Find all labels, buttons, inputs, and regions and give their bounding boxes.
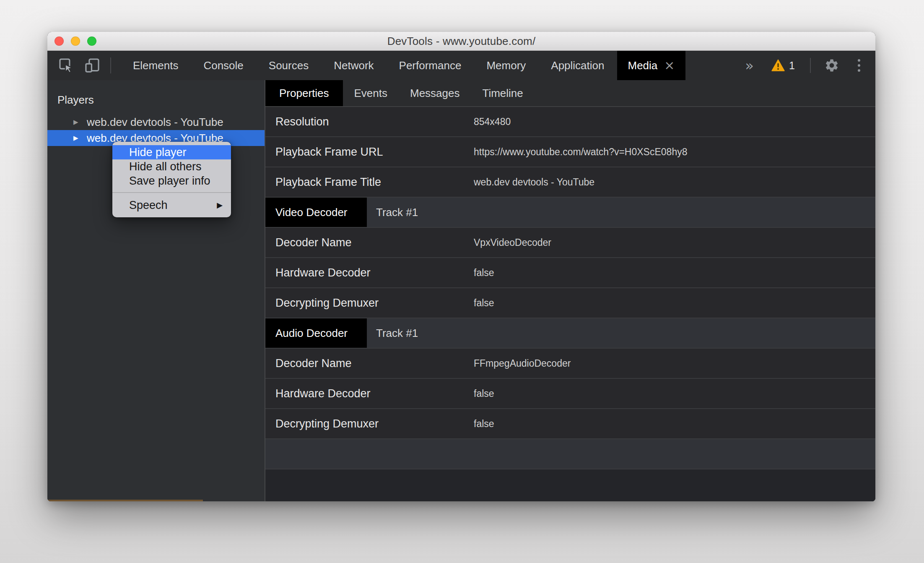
property-row: Decrypting Demuxer false	[265, 288, 875, 318]
property-label: Decoder Name	[265, 357, 474, 370]
section-track-label: Track #1	[376, 327, 418, 340]
desktop-background: DevTools - www.youtube.com/	[0, 0, 924, 563]
property-row: Hardware Decoder false	[265, 379, 875, 409]
property-row: Resolution 854x480	[265, 107, 875, 137]
section-title: Video Decoder	[265, 198, 367, 227]
panel-tab-strip: Properties Events Messages Timeline	[265, 80, 875, 107]
kebab-menu-icon[interactable]	[855, 57, 863, 74]
tab-memory[interactable]: Memory	[474, 51, 538, 80]
main-tab-strip: Elements Console Sources Network Perform…	[120, 51, 685, 80]
close-media-tab-icon[interactable]: ×	[664, 59, 675, 72]
property-row: Playback Frame URL https://www.youtube.c…	[265, 137, 875, 167]
property-row: Playback Frame Title web.dev devtools - …	[265, 167, 875, 198]
toolbar-icons	[47, 51, 101, 80]
property-label: Decrypting Demuxer	[265, 417, 474, 430]
property-row: Decoder Name VpxVideoDecoder	[265, 228, 875, 258]
device-toolbar-icon[interactable]	[83, 57, 101, 74]
property-value: 854x480	[474, 116, 875, 128]
property-value: false	[474, 418, 875, 430]
property-row: Hardware Decoder false	[265, 258, 875, 288]
tab-messages[interactable]: Messages	[399, 80, 471, 106]
property-value: https://www.youtube.com/watch?v=H0XScE08…	[474, 146, 875, 158]
inspect-cursor-icon[interactable]	[57, 57, 75, 74]
players-tree: ▶ web.dev devtools - YouTube ▶ web.dev d…	[47, 114, 265, 146]
submenu-arrow-icon: ▶	[217, 201, 223, 209]
section-title: Audio Decoder	[265, 318, 367, 348]
property-label: Decrypting Demuxer	[265, 297, 474, 310]
property-row: Decrypting Demuxer false	[265, 409, 875, 439]
devtools-toolbar: Elements Console Sources Network Perform…	[47, 51, 875, 80]
window-title: DevTools - www.youtube.com/	[47, 32, 875, 50]
media-panel: Properties Events Messages Timeline Reso…	[265, 80, 875, 501]
tab-media-label: Media	[628, 59, 658, 72]
tab-network[interactable]: Network	[321, 51, 386, 80]
property-label: Resolution	[265, 115, 474, 128]
menu-item-hide-all-others[interactable]: Hide all others	[112, 159, 231, 174]
tab-media[interactable]: Media ×	[617, 51, 686, 80]
property-value: web.dev devtools - YouTube	[474, 177, 875, 188]
context-menu: Hide player Hide all others Save player …	[112, 142, 231, 217]
warning-triangle-icon	[771, 59, 785, 72]
tab-properties[interactable]: Properties	[265, 80, 343, 106]
toolbar-divider	[810, 58, 811, 73]
toolbar-divider	[110, 57, 111, 73]
property-value: VpxVideoDecoder	[474, 237, 875, 248]
warning-count: 1	[789, 60, 795, 72]
player-item-label: web.dev devtools - YouTube	[87, 116, 223, 129]
titlebar[interactable]: DevTools - www.youtube.com/	[47, 32, 875, 51]
menu-item-hide-player[interactable]: Hide player	[112, 145, 231, 159]
tab-timeline[interactable]: Timeline	[471, 80, 535, 106]
disclosure-triangle-icon[interactable]: ▶	[73, 135, 83, 141]
tab-elements[interactable]: Elements	[120, 51, 191, 80]
menu-item-speech[interactable]: Speech ▶	[112, 198, 231, 212]
disclosure-triangle-icon[interactable]: ▶	[73, 119, 83, 125]
tab-application[interactable]: Application	[538, 51, 617, 80]
toolbar-right-cluster: » 1	[745, 51, 875, 80]
section-header-row: Audio Decoder Track #1	[265, 318, 875, 349]
property-label: Playback Frame URL	[265, 146, 474, 159]
property-value: false	[474, 388, 875, 399]
property-value: false	[474, 267, 875, 279]
player-tree-item[interactable]: ▶ web.dev devtools - YouTube	[47, 114, 265, 130]
players-heading: Players	[47, 80, 265, 107]
tab-events[interactable]: Events	[343, 80, 399, 106]
property-label: Hardware Decoder	[265, 266, 474, 279]
tab-performance[interactable]: Performance	[387, 51, 474, 80]
property-label: Hardware Decoder	[265, 387, 474, 400]
menu-separator	[112, 192, 231, 193]
empty-row	[265, 439, 875, 469]
section-header-row: Video Decoder Track #1	[265, 198, 875, 228]
tab-sources[interactable]: Sources	[256, 51, 321, 80]
tab-console[interactable]: Console	[191, 51, 256, 80]
section-track-label: Track #1	[376, 206, 418, 219]
property-value: false	[474, 297, 875, 309]
sidebar-bottom-strip	[47, 500, 203, 501]
property-row: Decoder Name FFmpegAudioDecoder	[265, 349, 875, 379]
warnings-badge[interactable]: 1	[771, 59, 795, 72]
property-label: Playback Frame Title	[265, 176, 474, 189]
property-value: FFmpegAudioDecoder	[474, 358, 875, 369]
more-tabs-chevron-icon[interactable]: »	[745, 57, 754, 74]
menu-item-save-player-info[interactable]: Save player info	[112, 174, 231, 188]
property-label: Decoder Name	[265, 236, 474, 249]
panel-void	[265, 469, 875, 501]
gear-icon[interactable]	[824, 58, 839, 73]
devtools-window: DevTools - www.youtube.com/	[47, 32, 875, 501]
